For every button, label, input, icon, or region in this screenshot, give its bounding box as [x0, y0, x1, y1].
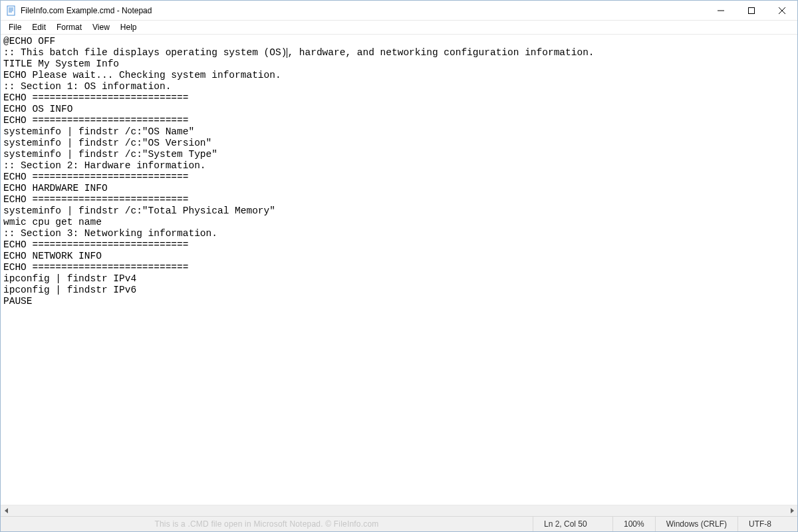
text-editor[interactable]: @ECHO OFF :: This batch file displays op… — [1, 35, 797, 505]
menu-format[interactable]: Format — [51, 21, 87, 33]
status-bar: This is a .CMD file open in Microsoft No… — [1, 516, 797, 531]
window-title: FileInfo.com Example.cmd - Notepad — [21, 6, 706, 15]
menu-view[interactable]: View — [87, 21, 115, 33]
title-bar: FileInfo.com Example.cmd - Notepad — [1, 1, 797, 21]
horizontal-scrollbar[interactable] — [1, 505, 797, 516]
minimize-button[interactable] — [706, 1, 736, 20]
svg-marker-9 — [5, 508, 8, 513]
menu-help[interactable]: Help — [115, 21, 142, 33]
editor-wrap: @ECHO OFF :: This batch file displays op… — [1, 35, 797, 516]
status-watermark: This is a .CMD file open in Microsoft No… — [1, 519, 533, 529]
maximize-button[interactable] — [736, 1, 767, 20]
window-controls — [706, 1, 797, 20]
status-encoding: UTF-8 — [737, 517, 797, 531]
scroll-left-arrow-icon[interactable] — [1, 505, 12, 517]
scroll-right-arrow-icon[interactable] — [786, 505, 797, 517]
menu-bar: File Edit Format View Help — [1, 21, 797, 35]
text-caret — [287, 48, 287, 58]
notepad-app-icon — [6, 5, 17, 16]
scrollbar-track[interactable] — [12, 505, 786, 516]
menu-edit[interactable]: Edit — [27, 21, 51, 33]
svg-rect-6 — [749, 7, 755, 13]
status-cursor-position: Ln 2, Col 50 — [533, 517, 612, 531]
close-button[interactable] — [767, 1, 797, 20]
status-line-ending: Windows (CRLF) — [655, 517, 737, 531]
menu-file[interactable]: File — [3, 21, 27, 33]
svg-marker-10 — [791, 508, 794, 513]
status-zoom: 100% — [612, 517, 655, 531]
